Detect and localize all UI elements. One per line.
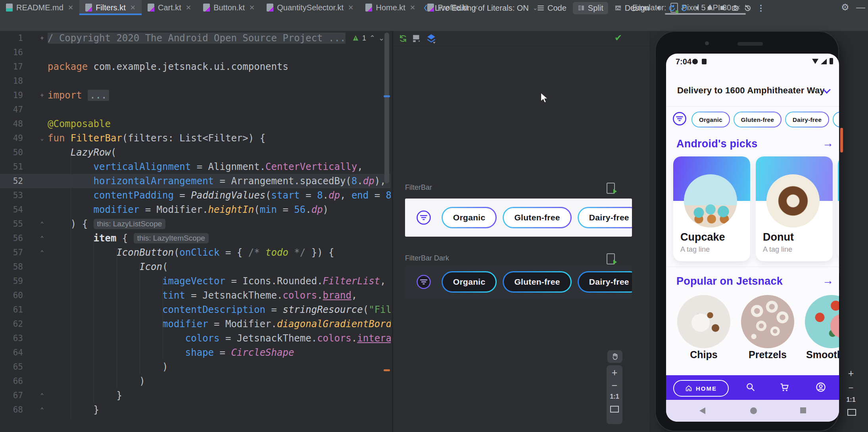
nav-home-button[interactable]: HOME [673,380,729,397]
line-number: 16 [0,45,23,60]
chips-image[interactable] [677,295,730,348]
editor-scrollbar[interactable] [384,33,389,183]
snapshot-restore-icon[interactable] [744,4,751,12]
pan-hand-button[interactable] [607,350,622,363]
tab-close-icon[interactable]: ✕ [348,4,353,12]
screenshot-camera-icon[interactable] [732,4,739,12]
design-view-icon [615,4,622,12]
home-circle-icon[interactable] [706,4,713,12]
section-arrow-icon[interactable]: → [822,137,833,150]
cart-icon[interactable] [779,382,790,393]
line-number: 51 [0,160,23,174]
filter-chip-partial[interactable] [833,112,839,127]
prev-issue-icon[interactable]: ⌃ [369,34,375,42]
snack-card-donut[interactable]: Donut A tag line [756,156,833,261]
filter-list-icon[interactable] [416,274,431,289]
zoom-actual-size-button[interactable]: 1:1 [844,396,858,403]
inlay-hint: this: LazyItemScope [134,233,209,243]
tab-filters-kt[interactable]: Filters.kt✕ [79,0,142,15]
tab-readme-md[interactable]: README.md✕ [0,0,79,15]
filter-chip[interactable]: Dairy-free [785,112,829,127]
filter-chip[interactable]: Organic [442,207,497,228]
tab-home-kt[interactable]: Home.kt✕ [359,0,421,15]
zoom-to-fit-button[interactable] [610,406,619,413]
next-issue-icon[interactable]: ⌄ [378,34,384,42]
tab-button-kt[interactable]: Button.kt✕ [197,0,261,15]
emulator-controls: ⋮ [630,0,765,16]
filter-chip[interactable]: Dairy-free [578,207,632,228]
device-screen[interactable]: 7:04 Delivery to 1600 Amphitheater Way O… [666,54,839,422]
zoom-in-button[interactable]: + [844,368,858,379]
tab-close-icon[interactable]: ✕ [410,4,415,12]
tab-quantityselector-kt[interactable]: QuantitySelector.kt✕ [261,0,359,15]
fold-marker-icon[interactable]: ⌃ [39,217,45,231]
live-edit-group[interactable]: Live Editing of Literals: ON ⌄ [424,0,538,16]
code-editor[interactable]: 1+/ Copyright 2020 The Android Open Sour… [0,31,391,432]
line-number: 61 [0,303,23,317]
filter-list-icon[interactable] [416,210,431,225]
filter-chip[interactable]: Gluten-free [503,271,571,293]
line-number: 63 [0,331,23,345]
snack-name: Pretzels [741,349,794,361]
zoom-to-fit-button[interactable] [847,409,856,416]
power-icon[interactable] [630,4,637,12]
overview-square-icon[interactable] [719,4,726,12]
minimize-icon[interactable]: — [856,2,865,13]
smoothies-image[interactable] [805,295,839,348]
scrollbar-mark-orange [384,369,390,371]
filter-list-icon[interactable] [672,112,687,126]
inspections-widget[interactable]: 1 ⌃ ⌄ [352,31,384,45]
fold-marker-icon[interactable]: ⌃ [39,388,45,403]
layout-grid-icon[interactable] [412,34,421,43]
tab-close-icon[interactable]: ✕ [130,4,136,12]
tab-close-icon[interactable]: ✕ [68,4,73,12]
layers-icon[interactable] [426,33,436,44]
android-overview-icon[interactable] [800,407,806,413]
filter-chip[interactable]: Gluten-free [503,207,571,228]
code-view-button[interactable]: Code [535,2,569,14]
zoom-actual-size-button[interactable]: 1:1 [607,391,622,403]
rotate-left-icon[interactable] [668,4,675,12]
line-number: 48 [0,117,23,131]
profile-icon[interactable] [815,382,826,393]
run-preview-on-device-icon[interactable] [607,253,615,264]
delivery-address[interactable]: Delivery to 1600 Amphitheater Way [677,85,825,96]
sync-refresh-icon[interactable] [399,34,407,43]
android-back-icon[interactable] [699,407,705,414]
volume-down-icon[interactable] [655,4,663,12]
fold-marker-icon[interactable]: + [39,31,45,45]
gear-icon[interactable]: ⚙ [841,2,849,13]
search-icon[interactable] [745,382,756,392]
filter-chip[interactable]: Gluten-free [734,112,782,127]
tab-close-icon[interactable]: ✕ [249,4,255,12]
zoom-out-button[interactable]: − [844,383,858,393]
fold-marker-icon[interactable]: ⌃ [39,231,45,245]
zoom-in-button[interactable]: + [607,365,622,380]
section-arrow-icon[interactable]: → [822,274,833,287]
rotate-right-icon[interactable] [681,4,688,12]
filter-chip[interactable]: Organic [442,271,497,293]
split-view-button[interactable]: Split [573,2,608,14]
tab-close-icon[interactable]: ✕ [186,4,191,12]
tab-label: Home.kt [376,3,405,12]
android-home-icon[interactable] [750,407,757,414]
more-kebab-icon[interactable]: ⋮ [757,3,765,13]
run-preview-on-device-icon[interactable] [607,183,615,194]
code-line: import ... [48,88,109,102]
fold-marker-icon[interactable]: + [39,88,45,102]
filter-chip[interactable]: Dairy-free [578,271,632,293]
fold-marker-icon[interactable]: ⌃ [39,245,45,260]
code-line: ) [48,374,145,388]
snack-card-partial[interactable] [838,156,839,261]
filter-chip[interactable]: Organic [691,112,730,127]
fold-marker-icon[interactable]: ⌄ [39,131,45,145]
volume-up-icon[interactable] [643,4,650,12]
pretzels-image[interactable] [741,295,794,348]
back-icon[interactable] [693,4,701,12]
snack-card-cupcake[interactable]: Cupcake A tag line [673,156,750,261]
zoom-out-button[interactable]: − [607,380,622,391]
code-line: modifier = Modifier.heightIn(min = 56.dp… [48,202,328,217]
tab-cart-kt[interactable]: Cart.kt✕ [142,0,197,15]
preview-title: FilterBar [405,183,432,192]
fold-marker-icon[interactable]: ⌃ [39,403,45,417]
